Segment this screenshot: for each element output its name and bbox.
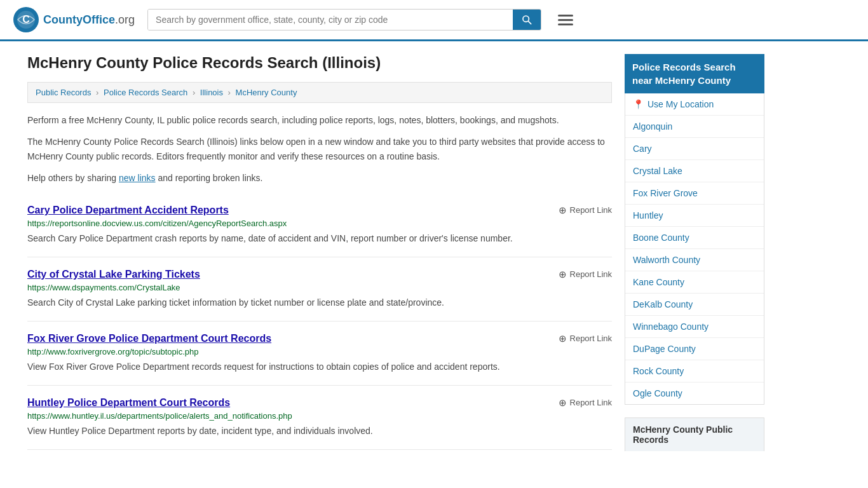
breadcrumb-illinois[interactable]: Illinois (200, 88, 223, 97)
description-para1: Perform a free McHenry County, IL public… (27, 113, 612, 127)
record-url: https://reportsonline.docview.us.com/cit… (27, 219, 612, 228)
hamburger-line (558, 19, 573, 21)
sidebar-nearby-item[interactable]: Boone County (625, 227, 764, 249)
sidebar-nearby-item[interactable]: Kane County (625, 271, 764, 294)
record-description: Search Cary Police Department crash repo… (27, 232, 612, 245)
report-link-button[interactable]: ⊕ Report Link (559, 333, 612, 344)
report-link-label: Report Link (570, 205, 612, 215)
crosshair-icon: ⊕ (559, 397, 567, 409)
logo-text: CountyOffice.org (43, 13, 135, 27)
sidebar-section2-title: McHenry County Public Records (625, 417, 764, 451)
sidebar-nearby-list: 📍 Use My Location AlgonquinCaryCrystal L… (625, 93, 764, 405)
sidebar-nearby-item[interactable]: Winnebago County (625, 316, 764, 338)
record-item: Huntley Police Department Court Records … (27, 386, 612, 450)
sidebar: Police Records Search near McHenry Count… (625, 54, 764, 464)
report-link-button[interactable]: ⊕ Report Link (559, 205, 612, 216)
sidebar-use-my-location[interactable]: 📍 Use My Location (625, 93, 764, 116)
crosshair-icon: ⊕ (559, 269, 567, 280)
new-links-link[interactable]: new links (119, 173, 156, 183)
sidebar-nearby-item[interactable]: Fox River Grove (625, 182, 764, 205)
sidebar-nearby-item[interactable]: DuPage County (625, 338, 764, 360)
sidebar-nearby-item[interactable]: Huntley (625, 205, 764, 227)
sidebar-nearby-item[interactable]: Crystal Lake (625, 160, 764, 182)
sidebar-nearby-item[interactable]: DeKalb County (625, 294, 764, 316)
report-link-button[interactable]: ⊕ Report Link (559, 397, 612, 409)
record-item: City of Crystal Lake Parking Tickets ⊕ R… (27, 257, 612, 322)
description-para3: Help others by sharing new links and rep… (27, 171, 612, 185)
page-title: McHenry County Police Records Search (Il… (27, 54, 612, 72)
sidebar-nearby-item[interactable]: Rock County (625, 360, 764, 383)
sidebar-section-title: Police Records Search near McHenry Count… (625, 54, 764, 93)
sidebar-public-records-section: McHenry County Public Records (625, 417, 764, 451)
breadcrumb: Public Records › Police Records Search ›… (27, 82, 612, 103)
record-url: https://www.dspayments.com/CrystalLake (27, 283, 612, 292)
sidebar-nearby-item[interactable]: Cary (625, 138, 764, 160)
records-list: Cary Police Department Accident Reports … (27, 193, 612, 450)
record-title[interactable]: City of Crystal Lake Parking Tickets (27, 269, 200, 280)
record-title[interactable]: Huntley Police Department Court Records (27, 397, 230, 409)
sidebar-nearby-section: Police Records Search near McHenry Count… (625, 54, 764, 405)
report-link-label: Report Link (570, 269, 612, 279)
record-url: https://www.huntley.il.us/departments/po… (27, 411, 612, 421)
sidebar-nearby-item[interactable]: Algonquin (625, 116, 764, 138)
breadcrumb-mchenry-county[interactable]: McHenry County (236, 88, 297, 97)
breadcrumb-sep: › (193, 88, 195, 97)
breadcrumb-sep: › (96, 88, 98, 97)
search-icon (522, 15, 532, 25)
record-item: Fox River Grove Police Department Court … (27, 322, 612, 386)
record-title[interactable]: Fox River Grove Police Department Court … (27, 333, 271, 344)
location-icon: 📍 (633, 99, 644, 109)
crosshair-icon: ⊕ (559, 333, 567, 344)
record-description: View Fox River Grove Police Department r… (27, 360, 612, 374)
sidebar-nearby-items: AlgonquinCaryCrystal LakeFox River Grove… (625, 116, 764, 404)
record-item: Cary Police Department Accident Reports … (27, 193, 612, 257)
hamburger-menu-button[interactable] (554, 11, 577, 29)
description-para2: The McHenry County Police Records Search… (27, 135, 612, 163)
search-button[interactable] (513, 10, 541, 30)
svg-line-4 (528, 21, 531, 24)
crosshair-icon: ⊕ (559, 205, 567, 216)
report-link-label: Report Link (570, 334, 612, 343)
logo-icon: C (13, 6, 39, 33)
hamburger-line (558, 24, 573, 25)
report-link-button[interactable]: ⊕ Report Link (559, 269, 612, 280)
search-input[interactable] (148, 10, 513, 30)
report-link-label: Report Link (570, 398, 612, 407)
sidebar-nearby-item[interactable]: Walworth County (625, 249, 764, 271)
record-title[interactable]: Cary Police Department Accident Reports (27, 205, 229, 216)
sidebar-nearby-item[interactable]: Ogle County (625, 383, 764, 404)
breadcrumb-sep: › (228, 88, 231, 97)
record-description: Search City of Crystal Lake parking tick… (27, 296, 612, 309)
record-description: View Huntley Police Department reports b… (27, 424, 612, 438)
logo[interactable]: C CountyOffice.org (13, 6, 135, 33)
hamburger-line (558, 15, 573, 17)
search-bar (147, 9, 541, 30)
breadcrumb-public-records[interactable]: Public Records (36, 88, 91, 97)
record-url: http://www.foxrivergrove.org/topic/subto… (27, 347, 612, 356)
breadcrumb-police-records-search[interactable]: Police Records Search (104, 88, 187, 97)
